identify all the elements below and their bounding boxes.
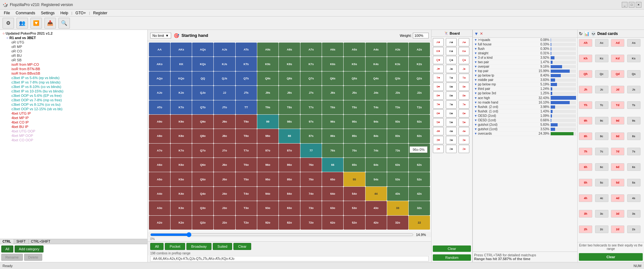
matrix-cell[interactable]: 62o — [322, 216, 343, 230]
menu-gto[interactable]: GTO+ — [73, 10, 89, 16]
matrix-cell[interactable]: 63s — [387, 158, 408, 172]
matrix-cell[interactable]: K9o — [171, 115, 192, 129]
matrix-cell[interactable]: 96o — [257, 158, 278, 172]
tree-item-isor-mpco[interactable]: isoR from MP-CO — [1, 62, 146, 67]
matrix-cell[interactable]: ATo — [149, 100, 170, 114]
stats-row-filter[interactable]: ▼ — [474, 114, 477, 118]
all-button[interactable]: All — [150, 243, 164, 250]
matrix-cell[interactable]: K2o — [171, 216, 192, 230]
menu-register[interactable]: Register — [91, 10, 110, 16]
clear-range-button[interactable]: Clear — [233, 243, 251, 250]
board-card[interactable]: 7♣ — [446, 100, 457, 109]
matrix-cell[interactable]: 98s — [279, 115, 300, 129]
filter-toolbar-button[interactable]: 🔽 — [30, 18, 42, 29]
matrix-cell[interactable]: 97s — [300, 115, 322, 129]
matrix-cell[interactable]: 97o — [257, 144, 278, 158]
stats-row-filter[interactable]: ▼ — [474, 69, 477, 73]
matrix-cell[interactable]: K2s — [409, 57, 430, 71]
stats-filter-icon[interactable]: ▼ — [474, 31, 479, 36]
matrix-cell[interactable]: T7s — [300, 100, 322, 114]
matrix-cell[interactable]: 42s — [409, 187, 430, 201]
weight-input[interactable] — [413, 33, 429, 38]
matrix-cell[interactable]: J7o — [214, 144, 235, 158]
board-card[interactable]: J♦ — [459, 65, 469, 73]
tab-shift[interactable]: SHIFT — [14, 239, 29, 244]
matrix-cell[interactable]: Q7o — [192, 144, 213, 158]
dead-card[interactable]: Qd — [611, 70, 624, 78]
tree-item-c3bet-oop-1215[interactable]: c3bet OOP vs 12-15% (sb vs bb) — [1, 107, 146, 111]
matrix-cell[interactable]: KK — [171, 57, 192, 71]
search-toolbar-button[interactable]: 🔍 — [58, 18, 70, 29]
matrix-cell[interactable]: A4o — [149, 187, 170, 201]
matrix-cell[interactable]: T6s — [322, 100, 343, 114]
matrix-cell[interactable]: K8s — [279, 57, 300, 71]
board-card[interactable]: 2♦ — [459, 145, 469, 153]
matrix-cell[interactable]: K6o — [171, 158, 192, 172]
chart-icon[interactable]: 📊 — [584, 31, 589, 36]
menu-help[interactable]: Help — [58, 10, 71, 16]
matrix-cell[interactable]: 86o — [279, 158, 300, 172]
tree-item-4bet-mp[interactable]: 4bet MP IP — [1, 116, 146, 120]
matrix-cell[interactable]: J6s — [322, 86, 343, 100]
tree-item-c3bet-ip-1015[interactable]: c3bet IP vs 10-15% (bu vs blinds) — [1, 89, 146, 93]
dead-card[interactable]: 2h — [579, 225, 592, 233]
matrix-cell[interactable]: A6o — [149, 158, 170, 172]
dead-card[interactable]: 2c — [595, 225, 608, 233]
matrix-cell[interactable]: 66 — [322, 158, 343, 172]
matrix-cell[interactable]: 65s — [344, 158, 365, 172]
rename-button[interactable]: Rename — [1, 254, 23, 261]
matrix-cell[interactable]: QJs — [214, 71, 235, 85]
stats-row-filter[interactable]: ▼ — [474, 83, 477, 86]
matrix-cell[interactable]: J2o — [214, 216, 235, 230]
matrix-cell[interactable]: 92s — [409, 115, 430, 129]
matrix-cell[interactable]: Q6s — [322, 71, 343, 85]
matrix-cell[interactable]: 74s — [366, 144, 387, 158]
matrix-cell[interactable]: 84o — [279, 187, 300, 201]
board-card[interactable]: Q♥ — [433, 56, 444, 64]
dead-card[interactable]: Qs — [627, 70, 641, 78]
tree-item-4bet-mp-oop[interactable]: 4bet MP OOP — [1, 133, 146, 138]
dead-card[interactable]: As — [627, 39, 641, 47]
board-card[interactable]: 8♦ — [459, 91, 469, 100]
matrix-cell[interactable]: 42o — [366, 216, 387, 230]
dead-card[interactable]: 5s — [627, 179, 641, 186]
matrix-cell[interactable]: Q9o — [192, 115, 213, 129]
dead-card[interactable]: Js — [627, 86, 641, 93]
stats-row-filter[interactable]: ▼ — [474, 60, 477, 64]
matrix-cell[interactable]: A3o — [149, 201, 170, 215]
stats-row-filter[interactable]: ▼ — [474, 87, 477, 91]
close-button[interactable]: ✕ — [636, 2, 641, 8]
matrix-cell[interactable]: Q2o — [192, 216, 213, 230]
dead-card[interactable]: 6c — [595, 163, 608, 171]
matrix-cell[interactable]: 88 — [279, 129, 300, 143]
matrix-cell[interactable]: A9s — [257, 43, 278, 57]
users-toolbar-button[interactable]: 👥 — [17, 18, 28, 29]
board-card[interactable]: 5♥ — [433, 118, 444, 126]
matrix-cell[interactable]: 99 — [257, 115, 278, 129]
dead-card[interactable]: Qh — [579, 70, 592, 78]
board-card[interactable]: 2♣ — [446, 145, 457, 153]
dead-card[interactable]: 6h — [579, 163, 592, 171]
matrix-cell[interactable]: 44 — [366, 187, 387, 201]
matrix-cell[interactable]: K6s — [322, 57, 343, 71]
delete-button[interactable]: Delete — [24, 254, 43, 261]
matrix-cell[interactable]: T4o — [236, 187, 257, 201]
matrix-cell[interactable]: 94s — [366, 115, 387, 129]
board-card[interactable]: T♦ — [459, 74, 469, 82]
matrix-cell[interactable]: J4s — [366, 86, 387, 100]
matrix-cell[interactable]: QQ — [192, 71, 213, 85]
matrix-cell[interactable]: 77 — [300, 144, 322, 158]
dead-card[interactable]: Kc — [595, 55, 608, 62]
board-card[interactable]: 7♦ — [459, 100, 469, 109]
suited-button[interactable]: Suited — [213, 243, 232, 250]
dead-card[interactable]: Jd — [611, 86, 624, 93]
tree-item-co[interactable]: oR CO — [1, 49, 146, 53]
tab-ctrlshift[interactable]: CTRL+SHIFT — [29, 239, 53, 244]
dead-card[interactable]: Ts — [627, 101, 641, 109]
matrix-cell[interactable]: T9o — [236, 115, 257, 129]
matrix-cell[interactable]: 96s — [322, 115, 343, 129]
matrix-cell[interactable]: 33 — [387, 201, 408, 215]
restore-button[interactable]: □ — [629, 2, 634, 8]
matrix-cell[interactable]: T8s — [279, 100, 300, 114]
dead-card[interactable]: 4c — [595, 194, 608, 202]
